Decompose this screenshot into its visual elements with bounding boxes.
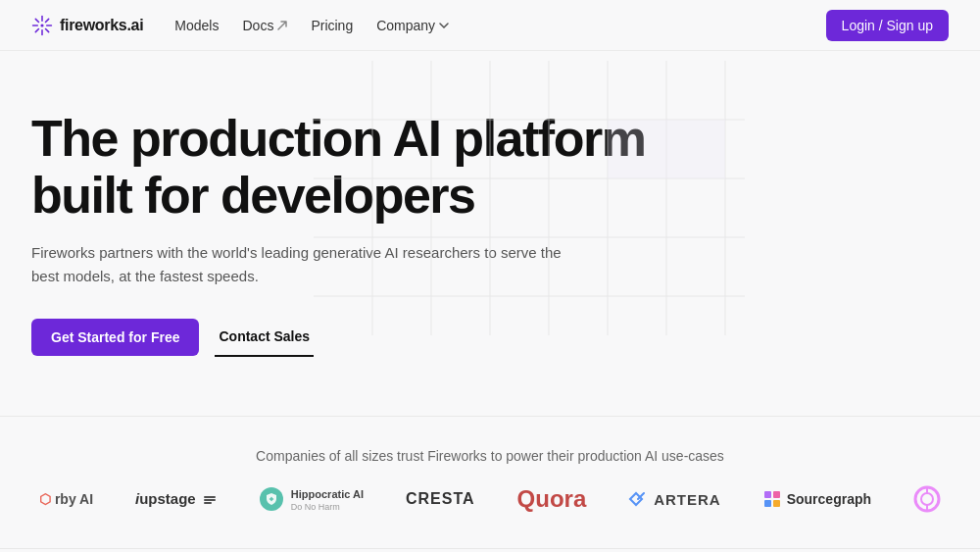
get-started-button[interactable]: Get Started for Free bbox=[31, 319, 199, 356]
derby-ai-text: ⬡ rby AI bbox=[39, 491, 93, 507]
fireworks-logo-icon bbox=[31, 15, 53, 36]
bottom-section: Models curated and optimized by Firework… bbox=[0, 548, 980, 552]
quora-text: Quora bbox=[517, 485, 587, 513]
svg-rect-27 bbox=[773, 500, 780, 507]
shield-icon bbox=[265, 492, 278, 506]
brand-name: fireworks.ai bbox=[60, 17, 143, 34]
svg-rect-25 bbox=[773, 491, 780, 498]
svg-point-0 bbox=[40, 24, 43, 26]
logo-hippocratic: Hippocratic AI Do No Harm bbox=[260, 487, 364, 511]
svg-rect-26 bbox=[764, 500, 771, 507]
trust-section: Companies of all sizes trust Fireworks t… bbox=[0, 416, 980, 532]
navbar: fireworks.ai Models Docs Pricing Company… bbox=[0, 0, 980, 51]
contact-sales-button[interactable]: Contact Sales bbox=[215, 318, 314, 357]
hero-title: The production AI platform built for dev… bbox=[31, 110, 659, 224]
nav-models[interactable]: Models bbox=[174, 18, 219, 33]
external-link-icon bbox=[277, 21, 287, 30]
hippocratic-text: Hippocratic AI Do No Harm bbox=[291, 487, 364, 511]
hero-section: The production AI platform built for dev… bbox=[0, 51, 745, 396]
svg-line-7 bbox=[46, 19, 49, 22]
logo-upstage: iupstage bbox=[135, 490, 218, 508]
nav-cta: Login / Sign up bbox=[826, 10, 949, 41]
svg-line-8 bbox=[35, 28, 38, 31]
login-button[interactable]: Login / Sign up bbox=[826, 10, 949, 41]
hippocratic-icon bbox=[260, 487, 283, 511]
logo-derby-ai: ⬡ rby AI bbox=[39, 491, 93, 507]
nav-company[interactable]: Company bbox=[376, 18, 449, 33]
svg-rect-22 bbox=[204, 499, 216, 501]
upstage-icon bbox=[202, 492, 218, 508]
nav-links: Models Docs Pricing Company bbox=[174, 18, 825, 33]
upstage-text: iupstage bbox=[135, 490, 218, 508]
hero-buttons: Get Started for Free Contact Sales bbox=[31, 318, 713, 357]
chevron-down-icon bbox=[439, 23, 449, 28]
cresta-text: CRESTA bbox=[406, 490, 475, 508]
nav-docs[interactable]: Docs bbox=[242, 18, 287, 33]
svg-line-6 bbox=[46, 28, 49, 31]
nav-pricing[interactable]: Pricing bbox=[311, 18, 353, 33]
logo-artera: ARTERA bbox=[628, 491, 721, 508]
logo-link[interactable]: fireworks.ai bbox=[31, 15, 143, 36]
logo-cresta: CRESTA bbox=[406, 490, 475, 508]
hero-subtitle: Fireworks partners with the world's lead… bbox=[31, 241, 570, 288]
logo-quora: Quora bbox=[517, 485, 587, 513]
logo-sourcegraph: Sourcegraph bbox=[763, 490, 871, 508]
trust-heading: Companies of all sizes trust Fireworks t… bbox=[31, 448, 949, 464]
abstract-o-icon bbox=[913, 485, 941, 513]
svg-line-5 bbox=[35, 19, 38, 22]
sourcegraph-icon bbox=[763, 490, 781, 508]
svg-rect-23 bbox=[204, 502, 212, 504]
artera-icon bbox=[628, 491, 648, 507]
logos-row: ⬡ rby AI iupstage H bbox=[31, 485, 949, 513]
svg-rect-21 bbox=[204, 496, 216, 498]
artera-text: ARTERA bbox=[654, 491, 721, 508]
sourcegraph-text: Sourcegraph bbox=[787, 491, 871, 507]
logo-abstract bbox=[913, 485, 941, 513]
svg-rect-24 bbox=[764, 491, 771, 498]
svg-point-29 bbox=[921, 493, 933, 505]
